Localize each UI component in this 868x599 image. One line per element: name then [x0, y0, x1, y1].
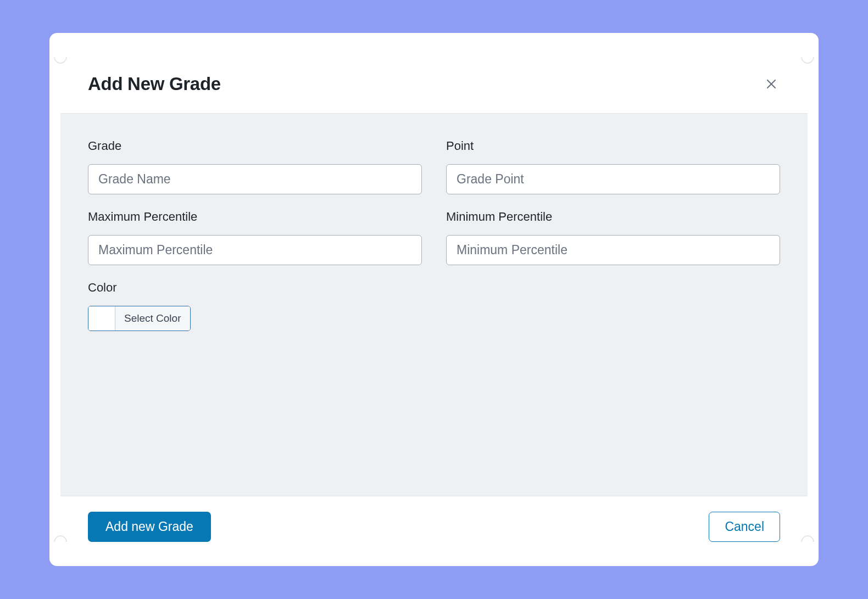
min-percentile-label: Minimum Percentile: [446, 210, 780, 224]
modal-footer: Add new Grade Cancel: [60, 496, 808, 542]
point-label: Point: [446, 139, 780, 153]
close-icon: [765, 77, 778, 91]
color-label: Color: [88, 281, 422, 295]
point-input[interactable]: [446, 164, 780, 194]
outer-container: Add New Grade Grade Point Ma: [49, 33, 819, 566]
modal-body: Grade Point Maximum Percentile Minimum P…: [60, 114, 808, 496]
max-percentile-field-group: Maximum Percentile: [88, 210, 422, 265]
cancel-button[interactable]: Cancel: [709, 512, 780, 542]
min-percentile-field-group: Minimum Percentile: [446, 210, 780, 265]
color-picker-label: Select Color: [115, 306, 190, 331]
color-swatch: [88, 306, 115, 331]
min-percentile-input[interactable]: [446, 235, 780, 265]
grade-label: Grade: [88, 139, 422, 153]
grade-field-group: Grade: [88, 139, 422, 194]
modal-header: Add New Grade: [60, 57, 808, 114]
add-grade-button[interactable]: Add new Grade: [88, 512, 211, 542]
max-percentile-input[interactable]: [88, 235, 422, 265]
add-grade-modal: Add New Grade Grade Point Ma: [60, 57, 808, 542]
color-field-group: Color Select Color: [88, 281, 422, 331]
point-field-group: Point: [446, 139, 780, 194]
close-button[interactable]: [763, 75, 780, 93]
color-picker[interactable]: Select Color: [88, 306, 191, 331]
grade-input[interactable]: [88, 164, 422, 194]
modal-title: Add New Grade: [88, 74, 221, 94]
form-grid: Grade Point Maximum Percentile Minimum P…: [88, 139, 780, 331]
max-percentile-label: Maximum Percentile: [88, 210, 422, 224]
